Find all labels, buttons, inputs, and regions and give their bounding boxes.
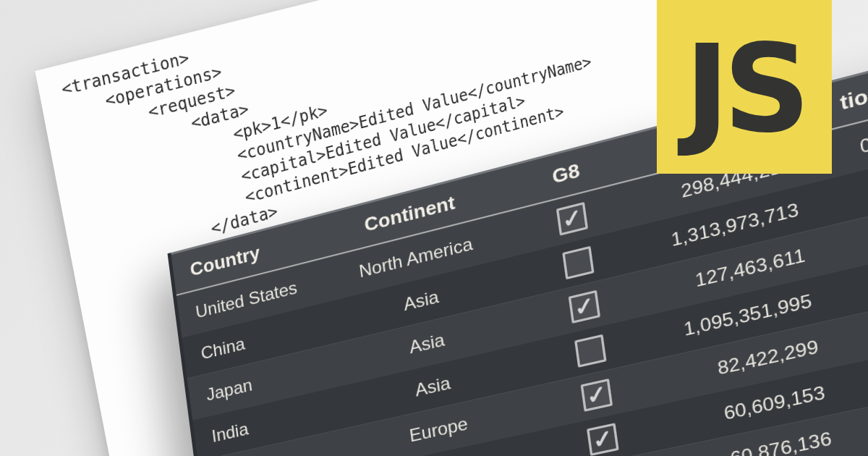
g8-checkbox[interactable]: ✓ [569,290,600,324]
g8-checkbox[interactable]: ✓ [587,423,619,456]
column-header-fragment: tion [830,48,868,118]
g8-checkbox[interactable] [574,334,607,368]
promo-card: <transaction> <operations> <request> <da… [0,0,868,456]
javascript-logo-text: JS [684,18,804,150]
javascript-logo: JS [657,0,832,174]
g8-checkbox[interactable]: ✓ [581,379,613,412]
g8-checkbox[interactable]: ✓ [556,202,588,236]
g8-checkbox[interactable] [562,246,594,280]
